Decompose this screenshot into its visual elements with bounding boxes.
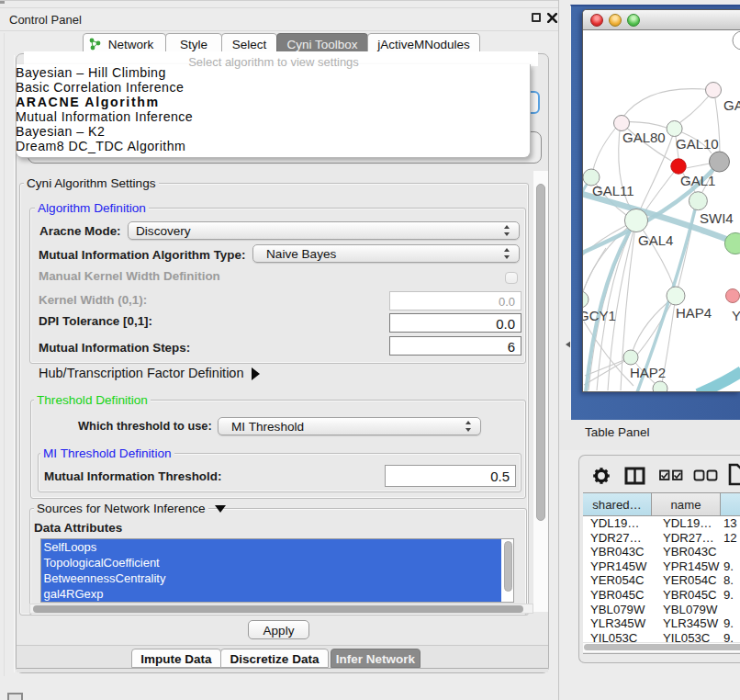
svg-text:HAP2: HAP2 [630, 365, 666, 380]
svg-text:HAP4: HAP4 [676, 305, 712, 321]
svg-text:GAL1: GAL1 [680, 173, 715, 188]
svg-text:GAL7: GAL7 [723, 97, 740, 113]
svg-text:GAL11: GAL11 [592, 183, 634, 198]
svg-text:YB: YB [732, 308, 740, 323]
svg-text:GAL80: GAL80 [622, 130, 666, 145]
svg-text:GAL10: GAL10 [676, 136, 719, 152]
svg-text:GAL4: GAL4 [638, 232, 673, 248]
svg-text:SWI4: SWI4 [700, 210, 734, 226]
svg-text:GCY1: GCY1 [583, 308, 616, 323]
